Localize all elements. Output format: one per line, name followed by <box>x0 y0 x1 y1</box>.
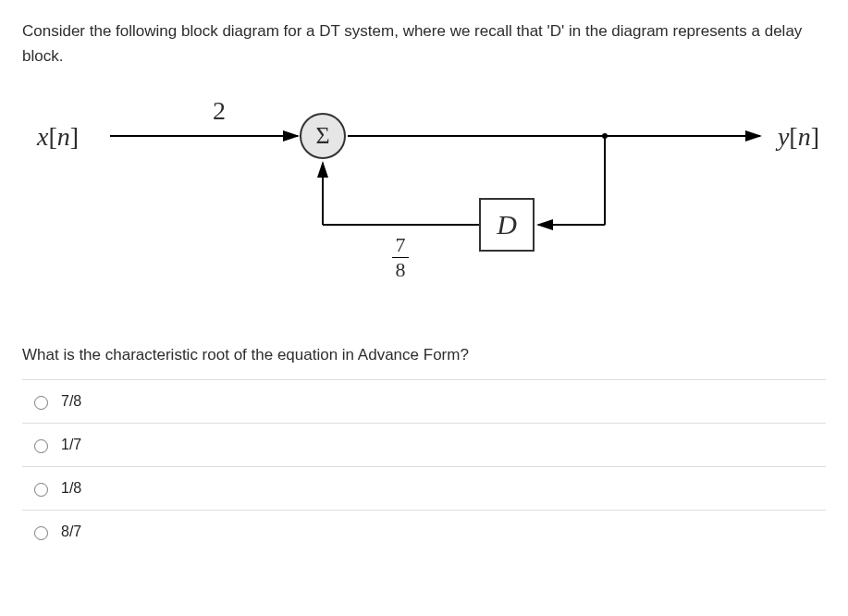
option-radio-0[interactable] <box>34 396 48 410</box>
option-row[interactable]: 1/7 <box>22 424 826 467</box>
option-row[interactable]: 7/8 <box>22 380 826 424</box>
feedback-gain-label: 7 8 <box>392 235 409 280</box>
diagram-wires <box>22 96 827 327</box>
option-label: 7/8 <box>61 393 81 410</box>
feedback-gain-denominator: 8 <box>392 260 409 280</box>
option-label: 1/8 <box>61 480 81 497</box>
option-row[interactable]: 8/7 <box>22 511 826 553</box>
options-list: 7/8 1/7 1/8 8/7 <box>22 379 826 553</box>
question-prompt: What is the characteristic root of the e… <box>22 346 826 364</box>
delay-block: D <box>479 198 535 252</box>
svg-point-6 <box>602 133 608 139</box>
summing-junction: Σ <box>300 113 346 159</box>
option-label: 8/7 <box>61 524 81 540</box>
feedback-gain-numerator: 7 <box>392 235 409 255</box>
option-label: 1/7 <box>61 437 81 453</box>
option-radio-1[interactable] <box>34 439 48 453</box>
question-intro: Consider the following block diagram for… <box>22 18 826 68</box>
input-label: x[n] <box>37 122 79 152</box>
option-row[interactable]: 1/8 <box>22 467 826 511</box>
option-radio-2[interactable] <box>34 483 48 497</box>
option-radio-3[interactable] <box>34 526 48 540</box>
output-label: y[n] <box>778 122 819 152</box>
block-diagram: x[n] 2 Σ D 7 8 y[n] <box>22 96 827 327</box>
forward-gain-label: 2 <box>213 96 226 126</box>
